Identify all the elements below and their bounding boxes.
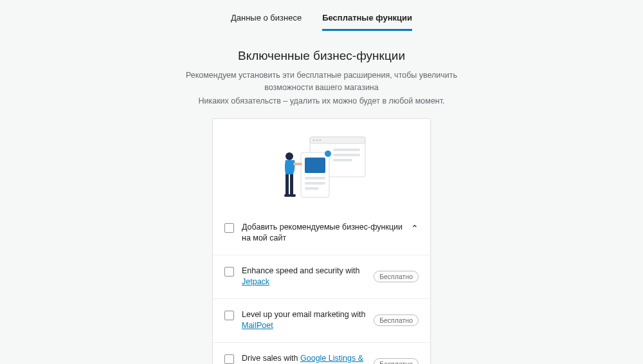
page-title: Включенные бизнес-функции: [238, 49, 405, 63]
badge-free: Бесплатно: [374, 314, 419, 326]
badge-free: Бесплатно: [374, 271, 419, 282]
svg-rect-12: [305, 182, 325, 185]
svg-rect-1: [310, 137, 365, 143]
feature-row-google: Drive sales with Google Listings & Ads Б…: [213, 342, 430, 365]
svg-point-4: [320, 139, 322, 141]
link-mailpoet[interactable]: MailPoet: [242, 321, 273, 330]
link-jetpack[interactable]: Jetpack: [242, 277, 269, 286]
svg-point-3: [316, 139, 318, 141]
svg-rect-16: [285, 174, 289, 195]
svg-point-2: [313, 139, 315, 141]
svg-rect-17: [290, 174, 293, 195]
feature-row-jetpack: Enhance speed and security with Jetpack …: [213, 255, 430, 298]
svg-rect-13: [305, 187, 319, 190]
illustration: [213, 119, 430, 215]
tab-business-data[interactable]: Данные о бизнесе: [231, 13, 302, 31]
feature-label-jetpack: Enhance speed and security with Jetpack: [242, 266, 366, 288]
feature-row-mailpoet: Level up your email marketing with MailP…: [213, 298, 430, 342]
checkbox-google[interactable]: [224, 354, 234, 364]
features-card: Добавить рекомендуемые бизнес-функции на…: [212, 118, 431, 365]
checkbox-jetpack[interactable]: [224, 267, 234, 277]
svg-point-10: [325, 150, 331, 157]
svg-rect-5: [333, 149, 360, 151]
feature-label-add-all: Добавить рекомендуемые бизнес-функции на…: [242, 222, 403, 244]
svg-rect-9: [305, 158, 325, 173]
tabs: Данные о бизнесе Бесплатные функции: [231, 13, 412, 31]
page-subtitle-2: Никаких обязательств – удалить их можно …: [198, 96, 444, 105]
svg-rect-6: [333, 154, 360, 156]
checkbox-add-all[interactable]: [224, 223, 234, 233]
checkbox-mailpoet[interactable]: [224, 311, 234, 320]
feature-label-mailpoet: Level up your email marketing with MailP…: [242, 309, 366, 332]
feature-label-google: Drive sales with Google Listings & Ads: [242, 353, 366, 365]
badge-free: Бесплатно: [374, 358, 419, 364]
tab-free-features[interactable]: Бесплатные функции: [322, 13, 412, 31]
onboarding-illustration-icon: [270, 134, 373, 205]
svg-rect-11: [305, 177, 325, 179]
chevron-up-icon[interactable]: ⌃: [411, 223, 419, 233]
svg-rect-7: [333, 159, 352, 161]
page-subtitle-1: Рекомендуем установить эти бесплатные ра…: [161, 69, 482, 94]
feature-row-add-all: Добавить рекомендуемые бизнес-функции на…: [213, 215, 430, 255]
svg-rect-15: [293, 163, 302, 165]
svg-rect-19: [289, 194, 296, 197]
svg-point-14: [285, 152, 293, 160]
